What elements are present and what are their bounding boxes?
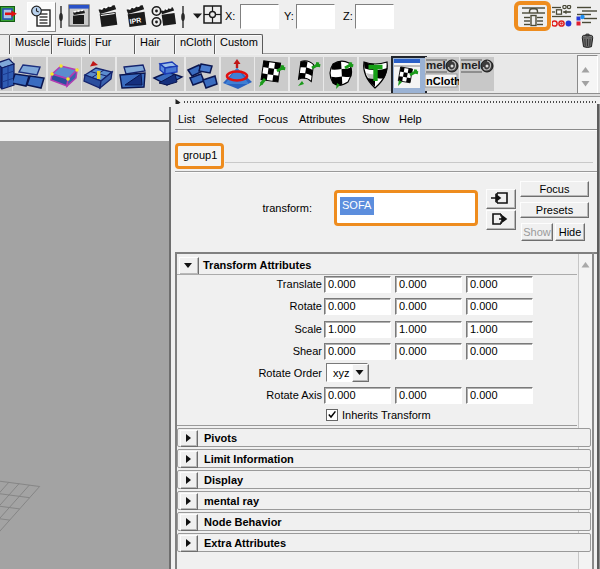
svg-text:mel: mel xyxy=(461,59,481,71)
svg-text:mel: mel xyxy=(426,59,446,71)
svg-text:nCloth: nCloth xyxy=(426,75,459,87)
